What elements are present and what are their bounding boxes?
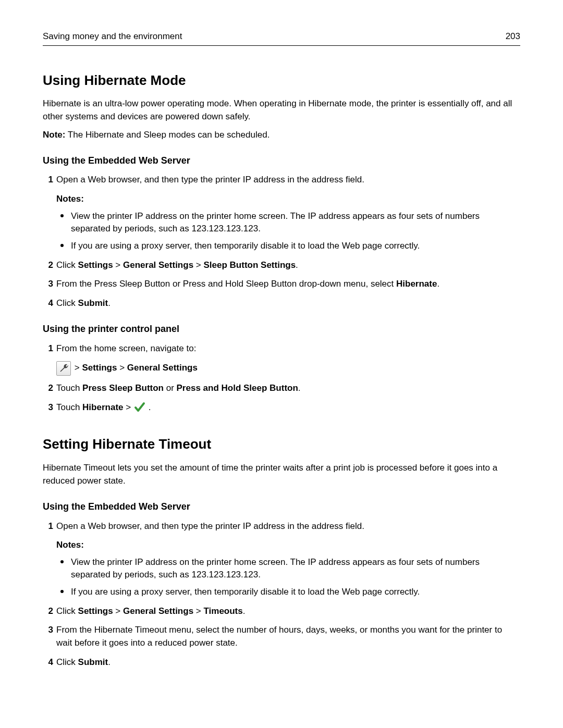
step-text: Click Submit. (56, 298, 111, 308)
notes-label: Notes: (56, 193, 520, 206)
notes-list: View the printer IP address on the print… (56, 556, 520, 599)
step-number: 2 (43, 259, 53, 272)
step-number: 3 (43, 624, 53, 637)
list-item: View the printer IP address on the print… (56, 556, 520, 582)
note-text: The Hibernate and Sleep modes can be sch… (65, 130, 270, 140)
list-item: View the printer IP address on the print… (56, 210, 520, 236)
list-item: If you are using a proxy server, then te… (56, 586, 520, 599)
note-label: Note: (43, 130, 65, 140)
step-text: Click Settings > General Settings > Slee… (56, 260, 298, 270)
step-item: 3 Touch Hibernate > . (43, 401, 520, 414)
checkmark-icon (133, 401, 146, 414)
step-number: 1 (43, 342, 53, 355)
step-item: 2 Click Settings > General Settings > Ti… (43, 605, 520, 618)
notes-list: View the printer IP address on the print… (56, 210, 520, 253)
step-text: Open a Web browser, and then type the pr… (56, 175, 364, 184)
step-item: 2 Touch Press Sleep Button or Press and … (43, 382, 520, 395)
wrench-icon (56, 361, 71, 376)
panel-a-steps: 1 From the home screen, navigate to: > S… (43, 342, 520, 414)
step-item: 1 Open a Web browser, and then type the … (43, 520, 520, 599)
document-page: Saving money and the environment 203 Usi… (0, 0, 563, 728)
hibernate-note: Note: The Hibernate and Sleep modes can … (43, 129, 520, 142)
heading-hibernate-timeout: Setting Hibernate Timeout (43, 435, 520, 454)
header-page-number: 203 (506, 30, 520, 43)
step-text: Touch Hibernate > . (56, 402, 151, 412)
step-text: From the home screen, navigate to: (56, 343, 196, 353)
step-text: Click Settings > General Settings > Time… (56, 606, 245, 616)
nav-path: > Settings > General Settings (56, 361, 520, 376)
step-item: 2 Click Settings > General Settings > Sl… (43, 259, 520, 272)
step-item: 4 Click Submit. (43, 656, 520, 669)
step-number: 3 (43, 401, 53, 414)
step-text: From the Hibernate Timeout menu, select … (56, 625, 502, 648)
step-number: 2 (43, 605, 53, 618)
step-text: From the Press Sleep Button or Press and… (56, 279, 439, 289)
step-number: 2 (43, 382, 53, 395)
hibernate-intro: Hibernate is an ultra-low power operatin… (43, 97, 520, 123)
step-number: 4 (43, 297, 53, 310)
step-number: 3 (43, 278, 53, 291)
step-text: Touch Press Sleep Button or Press and Ho… (56, 383, 301, 393)
subheading-panel-a: Using the printer control panel (43, 322, 520, 336)
notes-label: Notes: (56, 539, 520, 552)
step-item: 4 Click Submit. (43, 297, 520, 310)
subheading-ews-b: Using the Embedded Web Server (43, 500, 520, 513)
list-item: If you are using a proxy server, then te… (56, 240, 520, 253)
step-text: Click Submit. (56, 657, 111, 667)
page-header: Saving money and the environment 203 (43, 30, 520, 46)
step-item: 1 Open a Web browser, and then type the … (43, 174, 520, 252)
step-number: 1 (43, 174, 53, 187)
timeout-intro: Hibernate Timeout lets you set the amoun… (43, 462, 520, 487)
ews-b-steps: 1 Open a Web browser, and then type the … (43, 520, 520, 669)
ews-a-steps: 1 Open a Web browser, and then type the … (43, 174, 520, 310)
step-item: 3 From the Press Sleep Button or Press a… (43, 278, 520, 291)
step-text: Open a Web browser, and then type the pr… (56, 521, 364, 531)
header-section-title: Saving money and the environment (43, 30, 182, 43)
heading-hibernate-mode: Using Hibernate Mode (43, 71, 520, 91)
subheading-ews-a: Using the Embedded Web Server (43, 154, 520, 167)
step-number: 4 (43, 656, 53, 669)
step-item: 3 From the Hibernate Timeout menu, selec… (43, 624, 520, 649)
step-item: 1 From the home screen, navigate to: > S… (43, 342, 520, 376)
step-number: 1 (43, 520, 53, 533)
